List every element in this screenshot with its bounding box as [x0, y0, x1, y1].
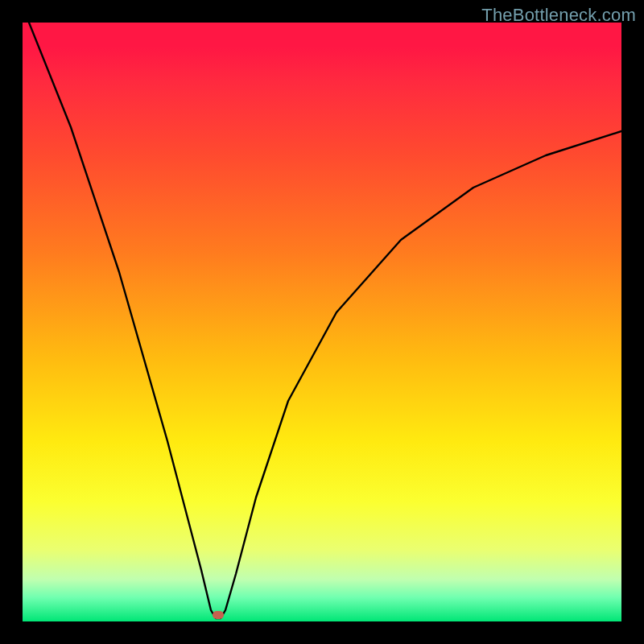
chart-frame: TheBottleneck.com [0, 0, 644, 644]
curve-path [23, 23, 621, 618]
bottleneck-curve [23, 23, 621, 621]
watermark-text: TheBottleneck.com [481, 5, 636, 26]
minimum-marker [213, 611, 224, 619]
plot-area [23, 23, 621, 621]
